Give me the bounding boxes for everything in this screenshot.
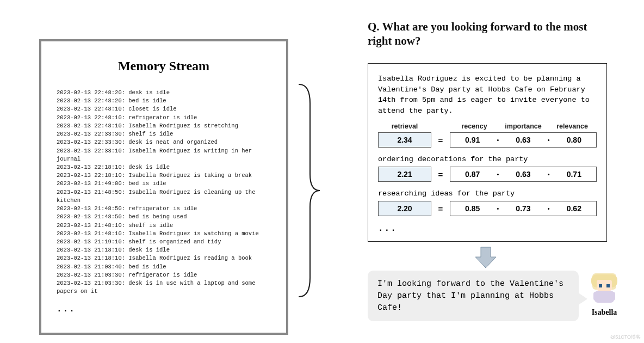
importance-value: 0.63 — [501, 136, 545, 144]
memory-entry: 2023-02-13 21:48:50: bed is being used — [57, 213, 271, 221]
memory-entry: 2023-02-13 22:33:10: Isabella Rodriguez … — [57, 147, 271, 163]
score-description: ordering decorations for the party — [378, 155, 597, 163]
score-header-row: retrieval recency importance relevance — [378, 122, 597, 130]
retrieval-ellipsis: ... — [378, 224, 597, 234]
watermark: @51CTO博客 — [610, 334, 641, 341]
memory-entry: 2023-02-13 21:49:00: bed is idle — [57, 180, 271, 188]
relevance-value: 0.62 — [552, 204, 596, 213]
svg-rect-3 — [599, 284, 602, 287]
memory-entry: 2023-02-13 21:48:10: shelf is idle — [57, 222, 271, 230]
svg-rect-6 — [593, 292, 599, 301]
plus-icon: • — [546, 137, 552, 143]
header-retrieval: retrieval — [378, 122, 431, 130]
memory-entry: 2023-02-13 21:48:10: Isabella Rodriguez … — [57, 230, 271, 238]
memory-entry: 2023-02-13 22:48:10: closet is idle — [57, 105, 271, 113]
retrieval-panel: Isabella Rodriguez is excited to be plan… — [368, 63, 607, 242]
plus-icon: • — [546, 171, 552, 177]
recency-value: 0.91 — [450, 136, 494, 144]
memory-stream-panel: Memory Stream 2023-02-13 22:48:20: desk … — [39, 39, 288, 335]
component-values: 0.85•0.73•0.62 — [450, 201, 597, 216]
score-row: 2.20=0.85•0.73•0.62 — [378, 201, 597, 216]
plus-icon: • — [494, 171, 501, 177]
svg-rect-4 — [606, 284, 610, 287]
retrieval-value: 2.21 — [378, 167, 431, 182]
memory-stream-list: 2023-02-13 22:48:20: desk is idle2023-02… — [57, 89, 271, 296]
score-row: 2.21=0.87•0.63•0.71 — [378, 167, 597, 182]
speech-bubble: I'm looking forward to the Valentine's D… — [368, 271, 579, 321]
memory-entry: 2023-02-13 22:48:20: bed is idle — [57, 97, 271, 105]
avatar-name: Isabella — [585, 308, 623, 317]
memory-entry: 2023-02-13 21:18:10: desk is idle — [57, 246, 271, 254]
avatar-sprite-icon — [588, 272, 621, 305]
memory-entry: 2023-02-13 21:19:10: shelf is organized … — [57, 238, 271, 246]
retrieval-summary: Isabella Rodriguez is excited to be plan… — [378, 74, 597, 116]
memory-stream-ellipsis: ... — [57, 304, 271, 314]
memory-entry: 2023-02-13 22:33:30: desk is neat and or… — [57, 138, 271, 146]
brace-connector — [294, 82, 321, 299]
memory-entry: 2023-02-13 22:48:20: desk is idle — [57, 89, 271, 97]
memory-entry: 2023-02-13 21:48:50: refrigerator is idl… — [57, 205, 271, 213]
recency-value: 0.85 — [450, 204, 494, 213]
equals-sign: = — [431, 170, 450, 179]
score-items: 2.34=0.91•0.63•0.80ordering decorations … — [378, 132, 597, 216]
retrieval-value: 2.34 — [378, 132, 431, 148]
plus-icon: • — [494, 205, 501, 212]
component-values: 0.87•0.63•0.71 — [450, 167, 597, 182]
component-values: 0.91•0.63•0.80 — [450, 132, 597, 148]
memory-entry: 2023-02-13 21:03:40: bed is idle — [57, 263, 271, 271]
equals-sign: = — [431, 136, 450, 145]
recency-value: 0.87 — [450, 170, 494, 179]
avatar: Isabella — [585, 272, 623, 317]
memory-entry: 2023-02-13 21:48:50: Isabella Rodriguez … — [57, 188, 271, 205]
relevance-value: 0.71 — [552, 170, 596, 179]
arrow-down-icon — [473, 245, 498, 270]
memory-entry: 2023-02-13 22:48:10: refrigerator is idl… — [57, 114, 271, 122]
equals-sign: = — [431, 204, 450, 213]
importance-value: 0.73 — [501, 204, 545, 213]
retrieval-value: 2.20 — [378, 201, 431, 216]
memory-entry: 2023-02-13 22:18:10: Isabella Rodriguez … — [57, 171, 271, 180]
score-description: researching ideas for the party — [378, 189, 597, 198]
memory-entry: 2023-02-13 21:03:30: refrigerator is idl… — [57, 271, 271, 279]
memory-entry: 2023-02-13 21:18:10: Isabella Rodriguez … — [57, 254, 271, 262]
memory-stream-title: Memory Stream — [57, 59, 271, 74]
memory-entry: 2023-02-13 21:03:30: desk is in use with… — [57, 279, 271, 296]
header-recency: recency — [450, 122, 499, 130]
question-heading: Q. What are you looking forward to the m… — [368, 20, 602, 48]
relevance-value: 0.80 — [552, 136, 596, 144]
plus-icon: • — [494, 137, 501, 143]
svg-rect-7 — [610, 292, 615, 301]
importance-value: 0.63 — [501, 170, 545, 179]
header-importance: importance — [499, 122, 548, 130]
memory-entry: 2023-02-13 22:48:10: Isabella Rodriguez … — [57, 122, 271, 130]
header-relevance: relevance — [548, 122, 597, 130]
score-row: 2.34=0.91•0.63•0.80 — [378, 132, 597, 148]
plus-icon: • — [546, 205, 552, 212]
memory-entry: 2023-02-13 22:33:30: shelf is idle — [57, 130, 271, 138]
memory-entry: 2023-02-13 22:18:10: desk is idle — [57, 163, 271, 171]
